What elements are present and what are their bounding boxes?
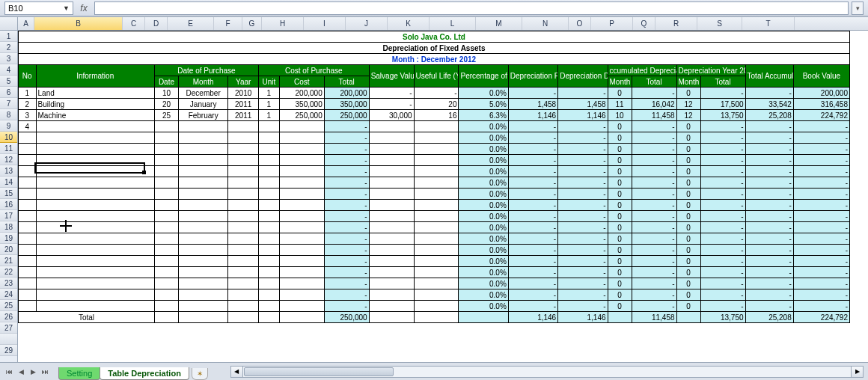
name-box[interactable]: B10 ▼ <box>4 1 73 15</box>
col-head-I[interactable]: I <box>304 17 346 30</box>
col-head-J[interactable]: J <box>346 17 388 30</box>
row-head-22[interactable]: 22 <box>0 266 17 278</box>
row-head-14[interactable]: 14 <box>0 177 17 188</box>
h-depd[interactable]: Depreciation Dec-2012 <box>558 65 608 88</box>
h-a2011[interactable]: ccumulated Depreciati up to Year 2011 <box>608 65 676 76</box>
h-d2012[interactable]: Depreciation Year 2012 <box>676 65 745 76</box>
h-life[interactable]: Useful Life (Years) <box>414 65 459 88</box>
h-cost[interactable]: Cost <box>279 76 324 88</box>
row-head-10[interactable]: 10 <box>0 132 17 143</box>
row-head-21[interactable]: 21 <box>0 255 17 266</box>
row-head-16[interactable]: 16 <box>0 199 17 210</box>
formula-expand-icon[interactable]: ▾ <box>852 1 864 15</box>
col-head-C[interactable]: C <box>123 17 145 30</box>
h-dyT[interactable]: Total <box>700 76 745 88</box>
col-head-N[interactable]: N <box>522 17 569 30</box>
row-head-11[interactable]: 11 <box>0 143 17 154</box>
tab-first-icon[interactable]: ⏮ <box>3 366 15 378</box>
tab-prev-icon[interactable]: ◀ <box>15 366 27 378</box>
tab-add-icon[interactable]: ✶ <box>192 368 208 380</box>
h-amT[interactable]: Total <box>632 76 676 88</box>
h-no[interactable]: No <box>19 65 37 88</box>
col-head-T[interactable]: T <box>742 17 795 30</box>
col-head-P[interactable]: P <box>591 17 633 30</box>
h-cop[interactable]: Cost of Purchase <box>258 65 369 76</box>
row-head-8[interactable]: 8 <box>0 109 17 120</box>
row-head-26[interactable]: 26 <box>0 311 17 322</box>
col-head-D[interactable]: D <box>145 17 168 30</box>
row-head-[interactable] <box>0 334 17 345</box>
h-year[interactable]: Yaar <box>228 76 259 88</box>
tab-table-depreciation[interactable]: Table Depreciation <box>100 367 189 380</box>
h-date[interactable]: Date <box>154 76 178 88</box>
row-head-6[interactable]: 6 <box>0 87 17 98</box>
col-head-O[interactable]: O <box>569 17 591 30</box>
company-title: Solo Java Co. Ltd <box>19 31 850 43</box>
h-dyM[interactable]: Month <box>676 76 700 88</box>
h-salvage[interactable]: Salvage Value <box>369 65 414 88</box>
col-head-E[interactable]: E <box>168 17 214 30</box>
row-head-15[interactable]: 15 <box>0 188 17 199</box>
row-head-25[interactable]: 25 <box>0 300 17 311</box>
subtitle: Depreciation of Fixed Assets <box>19 43 850 54</box>
col-head-Q[interactable]: Q <box>633 17 655 30</box>
row-head-13[interactable]: 13 <box>0 165 17 177</box>
row-head-18[interactable]: 18 <box>0 221 17 233</box>
sheet-tab-strip: ⏮ ◀ ▶ ⏭ Setting Table Depreciation ✶ ◀ ▶ <box>0 362 868 380</box>
hscroll-right-icon[interactable]: ▶ <box>851 367 863 377</box>
col-head-B[interactable]: B <box>34 17 123 30</box>
row-header-gutter: 1234567891011121314151617181920212223242… <box>0 17 18 362</box>
sheet-area: 1234567891011121314151617181920212223242… <box>0 16 868 362</box>
row-head-7[interactable]: 7 <box>0 98 17 109</box>
h-unit[interactable]: Unit <box>258 76 279 88</box>
h-tacc[interactable]: Total Accumulated <box>745 65 793 88</box>
hscroll-left-icon[interactable]: ◀ <box>231 367 243 377</box>
h-dop[interactable]: Date of Purchase <box>154 65 258 76</box>
hscroll-thumb[interactable] <box>244 367 394 376</box>
h-total[interactable]: Total <box>324 76 369 88</box>
h-bv[interactable]: Book Value <box>793 65 849 88</box>
col-head-H[interactable]: H <box>262 17 304 30</box>
row-head-29[interactable]: 29 <box>0 345 17 356</box>
h-amM[interactable]: Month <box>608 76 632 88</box>
formula-input[interactable] <box>94 1 849 15</box>
col-head-F[interactable]: F <box>214 17 242 30</box>
tab-nav: ⏮ ◀ ▶ ⏭ <box>0 366 54 378</box>
h-info[interactable]: Information <box>36 65 154 88</box>
name-box-value: B10 <box>8 4 23 13</box>
hscrollbar[interactable]: ◀ ▶ <box>230 366 864 378</box>
select-all-corner[interactable] <box>0 17 17 31</box>
col-head-K[interactable]: K <box>388 17 430 30</box>
col-head-A[interactable]: A <box>18 17 34 30</box>
row-head-17[interactable]: 17 <box>0 210 17 221</box>
col-head-M[interactable]: M <box>476 17 522 30</box>
row-head-5[interactable]: 5 <box>0 76 17 87</box>
row-head-23[interactable]: 23 <box>0 278 17 289</box>
col-head-R[interactable]: R <box>655 17 697 30</box>
col-head-L[interactable]: L <box>430 17 476 30</box>
row-head-19[interactable]: 19 <box>0 233 17 244</box>
col-head-G[interactable]: G <box>242 17 262 30</box>
cells-layer[interactable]: Solo Java Co. LtdDepreciation of Fixed A… <box>18 31 868 323</box>
h-pct[interactable]: Percentage of Depreciation Per Year <box>459 65 508 88</box>
total-label[interactable]: Total <box>19 312 155 323</box>
h-depm[interactable]: Depreciation Per Month <box>508 65 557 88</box>
formula-bar: B10 ▼ fx ▾ <box>0 0 868 16</box>
name-box-dropdown-icon[interactable]: ▼ <box>63 4 70 12</box>
row-head-9[interactable]: 9 <box>0 120 17 132</box>
row-head-3[interactable]: 3 <box>0 53 17 64</box>
row-head-1[interactable]: 1 <box>0 31 17 42</box>
fx-button[interactable]: fx <box>76 1 91 15</box>
row-head-24[interactable]: 24 <box>0 289 17 300</box>
tab-next-icon[interactable]: ▶ <box>27 366 39 378</box>
tab-last-icon[interactable]: ⏭ <box>39 366 51 378</box>
row-head-12[interactable]: 12 <box>0 154 17 165</box>
row-head-27[interactable]: 27 <box>0 322 17 334</box>
row-head-2[interactable]: 2 <box>0 42 17 53</box>
row-head-4[interactable]: 4 <box>0 64 17 76</box>
row-head-20[interactable]: 20 <box>0 244 17 255</box>
grid[interactable]: ABCDEFGHIJKLMNOPQRST Solo Java Co. LtdDe… <box>18 17 868 362</box>
tab-setting[interactable]: Setting <box>58 367 100 380</box>
h-month[interactable]: Month <box>178 76 227 88</box>
col-head-S[interactable]: S <box>697 17 742 30</box>
